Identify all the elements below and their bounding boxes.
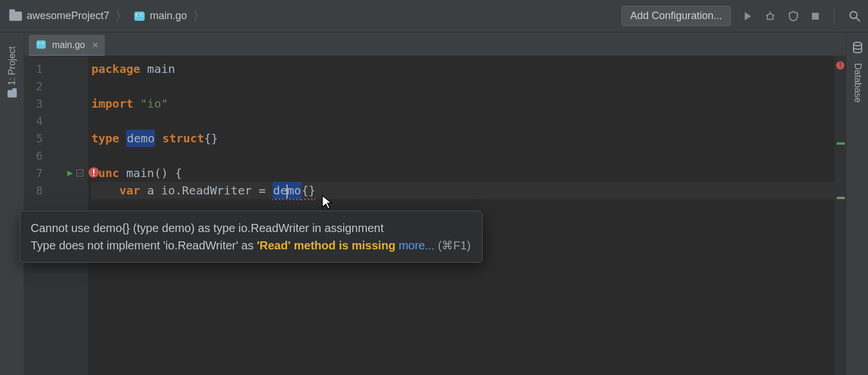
tab-main-go[interactable]: main.go ✕ <box>29 35 105 56</box>
search-icon[interactable] <box>848 10 861 23</box>
code-line: import "io" <box>91 95 846 112</box>
project-tool-label: 1: Project <box>7 46 17 86</box>
svg-point-14 <box>854 42 862 46</box>
line-number: 3 <box>24 95 50 112</box>
svg-rect-22 <box>93 175 94 176</box>
svg-line-7 <box>766 15 768 16</box>
tooltip-line2: Type does not implement 'io.ReadWriter' … <box>31 237 470 254</box>
breadcrumb-separator-end: 〉 <box>193 10 205 23</box>
intention-bulb-icon[interactable] <box>88 166 100 177</box>
line-number: 6 <box>24 147 50 164</box>
error-stripe[interactable]: ! <box>834 56 846 375</box>
code-line: package main <box>91 60 846 78</box>
run-toolbar <box>742 8 861 24</box>
code-line-current: var a io.ReadWriter = demo{} <box>91 182 846 199</box>
tab-label: main.go <box>52 40 85 50</box>
svg-line-9 <box>767 19 768 20</box>
coverage-icon[interactable] <box>788 10 799 22</box>
tooltip-more-link[interactable]: more... <box>399 239 435 252</box>
breadcrumb-separator: 〉 <box>115 10 128 23</box>
add-configuration-button[interactable]: Add Configuration... <box>621 6 731 26</box>
code-line: func main() { <box>91 164 846 182</box>
breadcrumb-project[interactable]: awesomeProject7 <box>9 10 109 22</box>
line-number: 8 <box>24 182 50 199</box>
folder-icon <box>8 90 17 98</box>
line-number: 2 <box>24 78 50 95</box>
marker-change[interactable] <box>837 197 845 199</box>
svg-rect-15 <box>36 41 46 49</box>
svg-point-18 <box>39 43 40 45</box>
svg-rect-0 <box>134 12 145 21</box>
line-number: 4 <box>24 112 50 130</box>
code-line <box>91 112 846 130</box>
line-number: 5 <box>24 130 50 147</box>
folder-icon <box>9 12 22 21</box>
svg-line-8 <box>773 15 774 16</box>
fold-icon[interactable]: − <box>76 170 83 177</box>
breadcrumb-file[interactable]: main.go <box>134 10 187 23</box>
svg-point-3 <box>137 14 138 16</box>
database-icon[interactable] <box>852 42 863 56</box>
svg-point-4 <box>142 14 143 16</box>
close-icon[interactable]: ✕ <box>92 41 99 50</box>
database-tool-label: Database <box>853 63 863 103</box>
svg-rect-11 <box>812 13 819 20</box>
code-line: type demo struct{} <box>91 130 846 147</box>
stop-icon[interactable] <box>811 12 820 21</box>
svg-line-13 <box>856 18 860 21</box>
left-tool-strip: 1: Project <box>0 32 24 375</box>
top-toolbar: awesomeProject7 〉 main.go 〉 Add Configur… <box>0 0 868 32</box>
editor-tabs: main.go ✕ <box>24 32 846 56</box>
error-summary-icon[interactable]: ! <box>836 61 844 69</box>
code-line <box>91 78 846 95</box>
code-line <box>91 147 846 164</box>
database-tool-button[interactable]: Database <box>852 63 863 103</box>
project-tool-button[interactable]: 1: Project <box>7 46 17 98</box>
toolbar-separator <box>834 8 834 24</box>
tooltip-shortcut: (⌘F1) <box>435 239 470 252</box>
run-gutter-icon[interactable]: ▶ <box>67 164 73 182</box>
marker-ok[interactable] <box>837 142 845 145</box>
svg-rect-21 <box>93 169 94 174</box>
run-icon[interactable] <box>742 11 753 21</box>
go-file-icon <box>36 39 47 52</box>
svg-point-19 <box>43 43 44 45</box>
error-tooltip: Cannot use demo{} (type demo) as type io… <box>20 211 483 263</box>
debug-icon[interactable] <box>764 10 776 22</box>
svg-line-10 <box>773 19 774 20</box>
breadcrumb-file-label: main.go <box>150 10 187 22</box>
right-tool-strip: Database <box>846 32 868 375</box>
tooltip-line1: Cannot use demo{} (type demo) as type io… <box>31 219 470 237</box>
breadcrumb: awesomeProject7 〉 main.go 〉 <box>9 10 207 23</box>
line-number: 1 <box>24 60 50 78</box>
svg-point-12 <box>850 12 857 19</box>
line-number: 7 <box>24 164 50 182</box>
go-file-icon <box>134 10 145 23</box>
breadcrumb-project-label: awesomeProject7 <box>27 10 109 22</box>
